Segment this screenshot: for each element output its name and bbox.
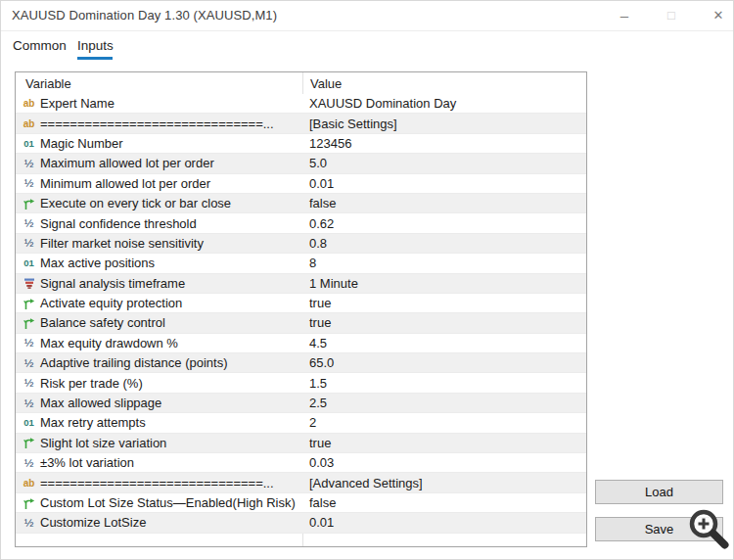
text-param-icon: ab [21,98,37,109]
parameter-label-cell: Slight lot size variation [16,436,302,450]
parameter-label-cell: Custom Lot Size Status—Enabled(High Risk… [16,495,302,510]
table-row[interactable]: Execute on every tick or bar close false [16,194,586,213]
parameter-name: Magic Number [40,136,123,151]
table-row[interactable]: ½ Adaptive trailing distance (points) 65… [16,353,586,373]
parameter-value-cell[interactable]: 2.5 [302,396,586,410]
maximize-button[interactable]: □ [657,3,686,28]
tab-inputs[interactable]: Inputs [77,38,114,53]
double-param-icon: ½ [21,217,37,229]
parameter-name: ==============================... [40,117,274,131]
table-row[interactable]: ½ Maximum allowed lot per order 5.0 [16,154,586,173]
integer-param-icon: 01 [21,138,37,149]
parameter-label-cell: 01 Max retry attempts [16,415,302,430]
parameter-label-cell: ½ Minimum allowed lot per order [16,176,302,191]
parameter-name: Max allowed slippage [40,396,161,410]
tab-common[interactable]: Common [13,38,67,53]
parameter-name: Slight lot size variation [40,436,166,450]
table-row[interactable]: Slight lot size variation true [16,434,586,453]
table-row[interactable]: ½ Signal confidence threshold 0.62 [16,213,586,233]
tab-bar: Common Inputs [1,31,733,63]
timeframe-param-icon [21,276,37,290]
table-row[interactable]: 01 Max active positions 8 [16,254,586,273]
double-param-icon: ½ [21,517,37,529]
bool-param-icon [21,197,37,210]
integer-param-icon: 01 [21,257,37,268]
parameter-value-cell[interactable]: 4.5 [302,336,586,350]
parameter-value-cell[interactable]: 1 Minute [302,276,586,291]
table-row[interactable]: ½ ±3% lot variation 0.03 [16,453,586,473]
parameter-name: Filter market noise sensitivity [40,236,204,251]
parameter-label-cell: 01 Magic Number [16,136,302,151]
double-param-icon: ½ [21,337,37,349]
save-button[interactable]: Save [595,517,723,541]
parameter-name: Signal analysis timeframe [40,276,185,291]
text-param-icon: ab [21,478,37,489]
parameter-value-cell[interactable]: 0.8 [302,236,586,251]
bool-param-icon [21,316,37,330]
inputs-table: Variable Value ab Expert Name XAUUSD Dom… [15,71,587,547]
parameter-label-cell: ½ Max equity drawdown % [16,336,302,350]
double-param-icon: ½ [21,158,37,169]
parameter-label-cell: ab ==============================... [16,476,302,490]
parameter-value-cell[interactable]: [Basic Settings] [302,117,586,131]
table-row[interactable]: ½ Max allowed slippage 2.5 [16,394,586,413]
parameter-name: Adaptive trailing distance (points) [40,355,228,370]
table-row[interactable]: ab Expert Name XAUUSD Domination Day [16,94,586,114]
close-button[interactable]: ✕ [704,3,733,28]
parameter-value-cell[interactable]: true [302,315,586,330]
parameter-name: Execute on every tick or bar close [40,196,231,210]
parameter-value-cell[interactable]: 0.01 [302,515,586,530]
table-row[interactable]: ½ Filter market noise sensitivity 0.8 [16,234,586,254]
parameter-name: ==============================... [40,476,274,490]
parameter-value-cell[interactable]: false [302,495,586,510]
parameter-value-cell[interactable]: true [302,436,586,450]
parameter-value-cell[interactable]: XAUUSD Domination Day [302,96,586,111]
double-param-icon: ½ [21,237,37,249]
parameter-value-cell[interactable]: 65.0 [302,355,586,370]
table-row[interactable]: Signal analysis timeframe 1 Minute [16,274,586,294]
integer-param-icon: 01 [21,417,37,428]
text-param-icon: ab [21,118,37,129]
table-body: ab Expert Name XAUUSD Domination Day ab … [16,94,586,534]
table-row[interactable]: ab ==============================... [Ad… [16,473,586,492]
parameter-name: Max retry attempts [40,415,146,430]
parameter-value-cell[interactable]: 1.5 [302,376,586,391]
table-row[interactable]: ab ==============================... [Ba… [16,114,586,133]
table-row[interactable]: Custom Lot Size Status—Enabled(High Risk… [16,493,586,513]
table-row[interactable]: 01 Max retry attempts 2 [16,413,586,433]
minimize-button[interactable]: – [610,3,639,28]
parameter-name: Minimum allowed lot per order [40,176,210,191]
parameter-value-cell[interactable]: 0.03 [302,455,586,470]
parameter-label-cell: Execute on every tick or bar close [16,196,302,210]
parameter-name: Maximum allowed lot per order [40,156,214,170]
table-row[interactable]: Activate equity protection true [16,294,586,313]
parameter-name: Risk per trade (%) [40,376,143,391]
parameter-name: Max equity drawdown % [40,336,178,350]
parameter-name: ±3% lot variation [40,455,134,470]
table-row[interactable]: ½ Customize LotSize 0.01 [16,513,586,533]
column-header-value: Value [302,76,586,91]
table-row[interactable]: ½ Max equity drawdown % 4.5 [16,334,586,353]
parameter-label-cell: ½ Adaptive trailing distance (points) [16,355,302,370]
table-row[interactable]: ½ Risk per trade (%) 1.5 [16,373,586,393]
parameter-value-cell[interactable]: 5.0 [302,156,586,170]
table-row[interactable]: Balance safety control true [16,313,586,333]
parameter-value-cell[interactable]: 8 [302,256,586,270]
parameter-label-cell: Balance safety control [16,315,302,330]
parameter-label-cell: Activate equity protection [16,296,302,310]
active-tab-indicator [77,57,113,60]
double-param-icon: ½ [21,377,37,389]
parameter-value-cell[interactable]: 0.62 [302,216,586,231]
parameter-label-cell: ½ Risk per trade (%) [16,376,302,391]
parameter-value-cell[interactable]: [Advanced Settings] [302,476,586,490]
parameter-value-cell[interactable]: true [302,296,586,310]
table-row[interactable]: ½ Minimum allowed lot per order 0.01 [16,174,586,194]
parameter-label-cell: ½ Maximum allowed lot per order [16,156,302,170]
parameter-label-cell: ½ Filter market noise sensitivity [16,236,302,251]
parameter-value-cell[interactable]: 2 [302,415,586,430]
load-button[interactable]: Load [595,480,723,504]
parameter-value-cell[interactable]: 0.01 [302,176,586,191]
parameter-value-cell[interactable]: false [302,196,586,210]
table-row[interactable]: 01 Magic Number 123456 [16,134,586,154]
parameter-value-cell[interactable]: 123456 [302,136,586,151]
